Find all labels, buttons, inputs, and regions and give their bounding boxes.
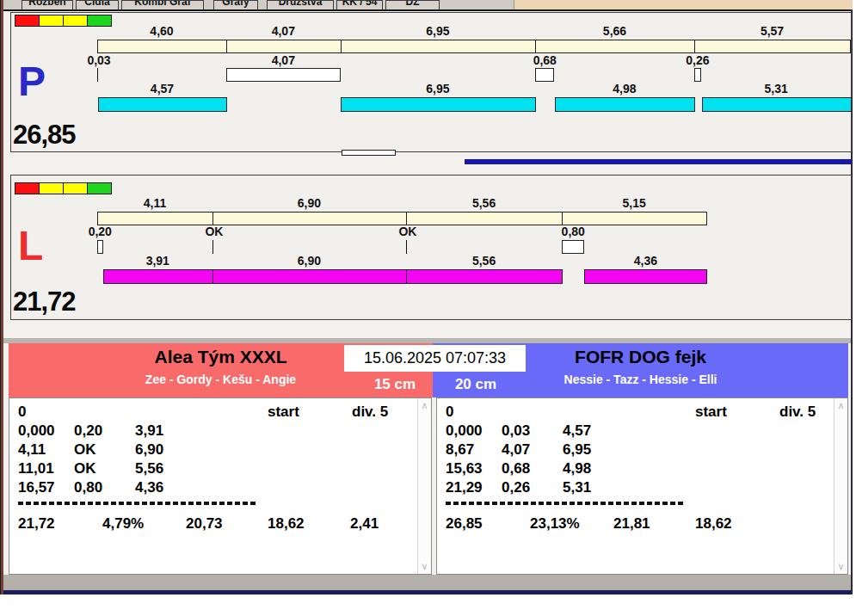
tab-bar: Rozběh Čidla Kombi Graf Grafy Družstva K…	[3, 0, 851, 11]
split-bar-segment	[535, 40, 695, 53]
split-row: 8,674,076,95	[437, 441, 834, 460]
tab-kk-54[interactable]: KK / 54	[336, 0, 383, 9]
crossing-box	[694, 68, 701, 82]
tab-kombi-graf[interactable]: Kombi Graf	[121, 0, 204, 9]
total-value: 2,41	[350, 515, 379, 533]
split-bar-segment	[562, 212, 707, 225]
lane-total-p: 26,85	[13, 121, 76, 148]
split-row: 0,0000,203,91	[9, 422, 417, 441]
scroll-up-icon[interactable]: ∧	[418, 401, 431, 410]
dog-time-bar	[555, 97, 695, 112]
split-value: 15,63	[446, 460, 483, 477]
tab-rozbeh[interactable]: Rozběh	[22, 0, 73, 9]
bar-value-label: 4,57	[127, 83, 196, 95]
dashed-separator	[446, 502, 683, 505]
bar-value-label: 4,07	[249, 54, 317, 67]
results-grid: 0 start div. 5 0,0000,203,914,11OK6,9011…	[9, 398, 417, 574]
split-value: 11,01	[18, 460, 54, 477]
split-bar-segment	[406, 212, 563, 225]
split-value: 0,000	[18, 422, 55, 440]
dog-time-bar	[406, 269, 563, 284]
scrollbar[interactable]: ∧ ∨	[834, 398, 847, 574]
split-value: 21,29	[446, 479, 483, 496]
crossing-box	[562, 240, 584, 254]
dog-time-bar	[584, 269, 707, 284]
split-value: 5,31	[563, 479, 591, 496]
table-head-row: 0 start div. 5	[437, 403, 834, 422]
bar-value-label: 0,80	[539, 225, 607, 238]
bar-value-label: 4,60	[127, 25, 196, 38]
split-bar-segment	[341, 40, 537, 53]
bar-value-label: 5,57	[738, 25, 807, 38]
timeline-indicator-bar	[465, 159, 852, 164]
split-row: 16,570,804,36	[9, 479, 417, 498]
jump-height-left: 15 cm	[365, 376, 425, 393]
bar-value-label: OK	[373, 225, 442, 238]
split-value: OK	[74, 441, 96, 459]
bar-value-label: 3,91	[123, 255, 192, 268]
bar-value-label: 5,15	[600, 197, 668, 210]
bar-value-label: 6,90	[274, 197, 343, 210]
lane-letter-l: L	[18, 225, 43, 267]
tab-grafy[interactable]: Grafy	[213, 0, 258, 9]
tab-bar-right-filler	[514, 0, 853, 9]
split-value: OK	[74, 460, 96, 477]
total-value: 23,13%	[530, 515, 580, 533]
total-value: 21,81	[613, 515, 650, 533]
total-value: 20,73	[186, 515, 223, 533]
screenshot-page: Rozběh Čidla Kombi Graf Grafy Družstva K…	[0, 0, 856, 616]
bar-value-label: 0,03	[65, 54, 133, 67]
window-bottom-border	[3, 590, 851, 594]
split-value: 6,90	[135, 441, 163, 459]
tab-cidla[interactable]: Čidla	[76, 0, 119, 9]
bar-value-label: 4,36	[611, 255, 680, 268]
legend-color-box	[63, 182, 88, 194]
dog-time-bar	[702, 97, 852, 112]
bar-value-label: 0,26	[663, 54, 732, 67]
dog-time-bar	[103, 269, 213, 284]
split-value: 3,91	[135, 422, 163, 440]
graph-panel-right-lane: P 26,85 4,604,076,955,665,570,034,070,68…	[10, 12, 852, 152]
split-bar-segment	[97, 212, 213, 225]
dog-time-bar	[341, 97, 537, 112]
scroll-down-icon[interactable]: ∨	[418, 562, 431, 571]
split-bar-segment	[226, 40, 342, 53]
bar-value-label: 6,95	[403, 83, 472, 95]
totals-row: 21,724,79%20,7318,622,41	[9, 515, 417, 534]
run-datetime: 15.06.2025 07:07:33	[344, 345, 526, 372]
bar-value-label: OK	[180, 225, 249, 238]
bar-value-label: 4,11	[120, 197, 189, 210]
table-head-row: 0 start div. 5	[9, 403, 417, 422]
legend-color-box	[87, 15, 112, 27]
split-value: 4,57	[563, 422, 591, 440]
split-value: 4,36	[135, 479, 163, 496]
split-value: 0,26	[502, 479, 530, 496]
scrollbar[interactable]: ∧ ∨	[417, 398, 431, 574]
total-value: 4,79%	[102, 515, 144, 533]
bar-value-label: 4,98	[590, 83, 659, 95]
crossing-box	[535, 68, 554, 82]
tab-dz[interactable]: DZ	[385, 0, 440, 9]
jump-height-right: 20 cm	[444, 376, 508, 393]
graph-panel-left-lane: L 21,72 4,116,905,565,150,20OKOK0,803,91…	[10, 175, 852, 320]
split-row: 21,290,265,31	[437, 479, 834, 498]
split-value: 0,000	[446, 422, 483, 440]
split-value: 0,80	[74, 479, 102, 496]
tab-druzstva[interactable]: Družstva	[267, 0, 334, 9]
results-grid: 0 start div. 5 0,0000,034,578,674,076,95…	[437, 398, 834, 574]
total-value: 21,72	[18, 515, 55, 533]
total-value: 26,85	[446, 515, 483, 533]
legend-color-box	[15, 182, 40, 194]
dashed-separator	[18, 502, 256, 505]
crossing-tick	[212, 240, 213, 254]
split-value: 16,57	[18, 479, 55, 496]
scroll-down-icon[interactable]: ∨	[834, 562, 847, 571]
results-table-left: 0 start div. 5 0,0000,203,914,11OK6,9011…	[9, 397, 432, 575]
split-value: 4,07	[502, 441, 530, 459]
scroll-up-icon[interactable]: ∧	[834, 401, 847, 410]
split-row: 11,01OK5,56	[9, 460, 417, 479]
bar-value-label: 6,95	[403, 25, 472, 38]
bar-value-label: 5,31	[742, 83, 810, 95]
split-bar-segment	[212, 212, 407, 225]
split-value: 4,11	[18, 441, 46, 459]
